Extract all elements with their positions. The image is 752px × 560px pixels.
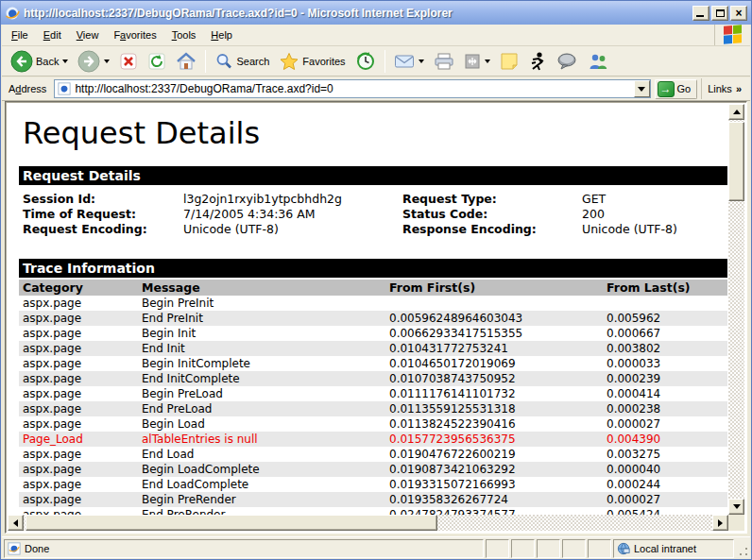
vertical-scrollbar[interactable] (728, 104, 744, 515)
detail-label: Response Encoding: (402, 222, 582, 236)
vertical-scroll-thumb[interactable] (728, 122, 744, 201)
scroll-up-button[interactable] (728, 104, 744, 120)
refresh-button[interactable] (143, 49, 171, 74)
scroll-left-button[interactable] (8, 515, 24, 531)
ie-icon (5, 6, 20, 21)
arrow-up-icon (733, 110, 741, 114)
horizontal-scroll-thumb[interactable] (26, 515, 437, 531)
address-bar: Address http://localhost:2337/DebugORama… (2, 77, 750, 101)
mail-icon (394, 53, 415, 70)
close-button[interactable]: × (730, 6, 747, 21)
menu-item-favorites[interactable]: Favorites (106, 27, 163, 42)
trace-cell-from-last: 0.000027 (603, 417, 727, 431)
print-button[interactable] (429, 49, 459, 74)
resize-grip[interactable] (736, 539, 749, 557)
trace-row: aspx.pageBegin PreInit (19, 296, 727, 311)
discuss-button[interactable] (552, 49, 582, 74)
detail-label: Status Code: (402, 207, 582, 221)
trace-cell-from-first: 0.010431772753241 (385, 342, 603, 355)
trace-cell-from-last: 0.000667 (603, 327, 727, 340)
horizontal-scrollbar[interactable] (8, 515, 728, 531)
menu-item-file[interactable]: File (4, 27, 36, 42)
trace-cell-from-first: 0.00596248964603043 (385, 312, 603, 325)
status-zone-label: Local intranet (634, 543, 696, 554)
column-header-from-last: From Last(s) (603, 280, 727, 295)
request-detail-row: Time of Request:7/14/2005 4:34:36 AMStat… (23, 206, 727, 221)
trace-row: aspx.pageEnd LoadComplete0.0193315072166… (19, 477, 727, 492)
favorites-button[interactable]: Favorites (274, 49, 350, 74)
minimize-button[interactable] (692, 6, 709, 21)
trace-cell-category: aspx.page (19, 478, 138, 491)
trace-row: aspx.pageEnd Load0.01904767226002190.003… (19, 447, 727, 462)
browser-viewport: Request Details Request Details Session … (5, 101, 747, 534)
chevron-down-icon (638, 87, 645, 92)
detail-value: l3g2ojn1rxyib1ytpcbhdh2g (183, 192, 402, 206)
notes-button[interactable] (495, 49, 523, 74)
trace-cell-from-first: 0.019358326267724 (385, 493, 603, 506)
trace-cell-message: End PreLoad (138, 402, 385, 416)
trace-cell-message: End PreRender (138, 508, 385, 515)
stop-icon (119, 52, 138, 71)
request-details-fields: Session Id:l3g2ojn1rxyib1ytpcbhdh2gReque… (23, 191, 727, 236)
maximize-button[interactable] (711, 6, 728, 21)
title-bar: http://localhost:2337/DebugORama/Trace.a… (1, 1, 751, 25)
scroll-right-button[interactable] (712, 515, 728, 531)
trace-row: aspx.pageBegin InitComplete0.01046501720… (19, 356, 727, 371)
trace-table: Category Message From First(s) From Last… (19, 280, 727, 515)
trace-cell-category: Page_Load (19, 433, 138, 446)
messenger-button[interactable] (582, 49, 614, 74)
standard-toolbar: Back Searc (2, 46, 750, 76)
trace-cell-from-last: 0.000414 (603, 387, 727, 400)
address-url: http://localhost:2337/DebugORama/Trace.a… (75, 82, 633, 95)
menu-item-edit[interactable]: Edit (36, 27, 69, 42)
go-button[interactable]: → Go (655, 79, 698, 99)
menu-item-help[interactable]: Help (203, 27, 240, 42)
minimize-icon (696, 15, 704, 17)
trace-cell-message: End Load (138, 448, 385, 461)
address-dropdown-button[interactable] (634, 80, 650, 97)
trace-cell-category: aspx.page (19, 357, 138, 370)
history-button[interactable] (350, 48, 381, 75)
back-button[interactable]: Back (6, 47, 73, 76)
status-pane (537, 539, 560, 558)
trace-cell-from-first: 0.0190873421063292 (385, 463, 603, 476)
status-pane (562, 539, 586, 558)
scroll-down-button[interactable] (728, 499, 744, 515)
trace-row: aspx.pageBegin PreRender0.01935832626772… (19, 492, 727, 507)
trace-cell-from-first: 0.0107038743750952 (385, 372, 603, 385)
status-bar: Done Local intranet (2, 536, 750, 558)
trace-row: aspx.pageBegin Init0.006629334175153550.… (19, 326, 727, 341)
home-button[interactable] (171, 49, 201, 74)
trace-cell-from-last: 0.000027 (603, 493, 727, 506)
stop-button[interactable] (114, 49, 143, 74)
menu-item-tools[interactable]: Tools (164, 27, 204, 42)
mail-button[interactable] (389, 50, 429, 73)
forward-dropdown-icon (104, 59, 110, 63)
back-icon (10, 50, 33, 73)
aim-button[interactable] (523, 48, 552, 75)
trace-cell-from-first: 0.0113559125531318 (385, 402, 603, 416)
throbber (714, 25, 750, 45)
menu-item-view[interactable]: View (69, 27, 107, 42)
trace-row: aspx.pageEnd PreRender0.0247824793374577… (19, 507, 727, 515)
forward-button[interactable] (73, 47, 114, 76)
browser-window: http://localhost:2337/DebugORama/Trace.a… (0, 0, 752, 560)
discuss-icon (556, 52, 577, 71)
aim-running-man-icon (528, 51, 547, 72)
column-header-message: Message (138, 280, 385, 295)
trace-row: aspx.pageEnd PreInit0.005962489646030430… (19, 311, 727, 326)
forward-icon (77, 50, 100, 73)
detail-label: Request Type: (402, 192, 582, 206)
trace-cell-from-last: 0.000040 (603, 463, 727, 476)
trace-row: aspx.pageEnd InitComplete0.0107038743750… (19, 371, 727, 386)
trace-cell-category: aspx.page (19, 402, 138, 416)
page-resize-button[interactable] (459, 50, 495, 73)
search-button[interactable]: Search (210, 49, 274, 74)
request-detail-row: Session Id:l3g2ojn1rxyib1ytpcbhdh2gReque… (23, 191, 727, 206)
trace-cell-from-first: 0.0190476722600219 (385, 448, 603, 461)
trace-table-column-headers: Category Message From First(s) From Last… (19, 280, 727, 296)
address-input[interactable]: http://localhost:2337/DebugORama/Trace.a… (54, 79, 650, 98)
status-pane (511, 539, 535, 558)
links-toolbar[interactable]: Links » (701, 78, 747, 99)
close-icon: × (735, 8, 742, 18)
